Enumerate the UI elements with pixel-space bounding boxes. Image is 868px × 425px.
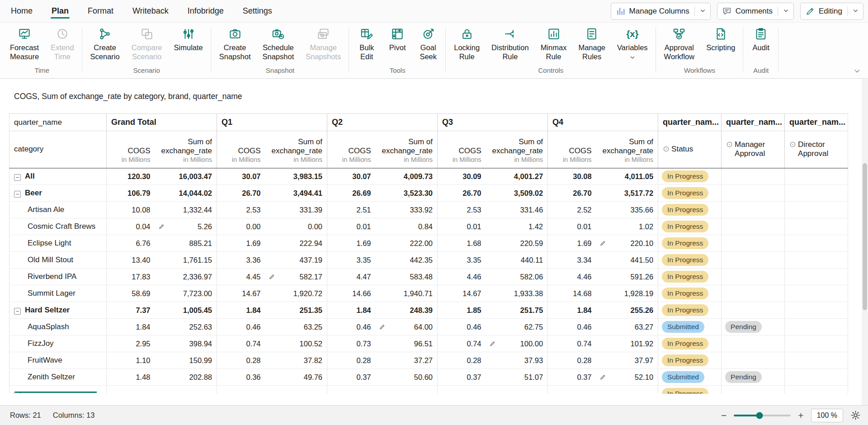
director-approval-cell[interactable] (785, 335, 848, 352)
value-cell[interactable]: 251.35 (265, 302, 327, 319)
value-cell[interactable]: 331.39 (265, 202, 327, 218)
value-cell[interactable]: 52.10 (596, 369, 658, 386)
value-cell[interactable]: 0.01 (327, 218, 376, 235)
status-cell[interactable]: In Progress (658, 252, 722, 269)
value-cell[interactable]: 3.34 (548, 252, 596, 269)
collapse-toggle[interactable]: − (14, 174, 21, 181)
manager-approval-cell[interactable] (722, 202, 785, 218)
collapse-toggle[interactable]: − (14, 308, 21, 315)
manager-approval-cell[interactable] (722, 168, 785, 185)
status-cell[interactable]: In Progress (658, 202, 722, 218)
menu-item-home[interactable]: Home (10, 0, 33, 22)
value-cell[interactable]: 441.50 (596, 252, 658, 269)
director-approval-cell[interactable] (785, 369, 848, 386)
ribbon-button-variables[interactable]: {x}Variables (613, 23, 652, 62)
value-cell[interactable]: 251.75 (486, 302, 548, 319)
value-cell[interactable]: 437.19 (265, 252, 327, 269)
value-cell[interactable]: 220.59 (486, 235, 548, 252)
value-cell[interactable]: 2.51 (327, 202, 376, 218)
director-approval-cell[interactable] (785, 202, 848, 218)
value-cell[interactable]: 37.82 (265, 352, 327, 369)
menu-item-writeback[interactable]: Writeback (132, 0, 170, 22)
value-cell[interactable]: 0.46 (438, 319, 486, 335)
value-cell[interactable] (217, 386, 265, 394)
ribbon-button-goal-seek[interactable]: Goal Seek (414, 23, 442, 61)
value-cell[interactable]: 1.84 (548, 302, 596, 319)
row-label[interactable]: FizzJoy (9, 335, 107, 352)
value-cell[interactable]: 1,933.38 (486, 285, 548, 302)
value-cell[interactable]: 14.67 (438, 285, 486, 302)
workflow-column-group[interactable]: quarter_nam... (658, 114, 722, 131)
manager-approval-cell[interactable]: Pending (722, 369, 785, 386)
settings-gear-icon[interactable] (850, 410, 861, 420)
value-cell[interactable]: 1.68 (438, 235, 486, 252)
value-cell[interactable]: 2.53 (217, 202, 265, 218)
menu-item-infobridge[interactable]: Infobridge (187, 0, 225, 22)
value-cell[interactable]: 398.94 (155, 335, 217, 352)
director-approval-cell[interactable] (785, 302, 848, 319)
value-cell[interactable]: 333.92 (376, 202, 438, 218)
value-cell[interactable] (548, 386, 596, 394)
ribbon-button-schedule-snapshot[interactable]: Schedule Snapshot (258, 23, 299, 61)
value-cell[interactable]: 37.27 (376, 352, 438, 369)
value-cell[interactable]: 150.99 (155, 352, 217, 369)
value-cell[interactable]: 100.52 (265, 335, 327, 352)
value-cell[interactable]: 1.69 (548, 235, 596, 252)
row-label[interactable]: −Hard Seltzer (9, 302, 107, 319)
ribbon-button-audit[interactable]: Audit (747, 23, 775, 52)
value-cell[interactable]: 96.51 (376, 335, 438, 352)
director-approval-cell[interactable] (785, 386, 848, 394)
pivot-grid[interactable]: quarter_nameGrand TotalQ1Q2Q3Q4quarter_n… (9, 113, 849, 394)
value-cell[interactable]: 62.75 (486, 319, 548, 335)
director-approval-cell[interactable] (785, 252, 848, 269)
value-cell[interactable]: 16,003.47 (155, 168, 217, 185)
zoom-out-button[interactable]: − (721, 411, 726, 420)
value-cell[interactable]: 49.76 (265, 369, 327, 386)
status-cell[interactable]: In Progress (658, 285, 722, 302)
manager-approval-cell[interactable] (722, 335, 785, 352)
value-cell[interactable]: 63.27 (596, 319, 658, 335)
value-cell[interactable] (107, 386, 155, 394)
value-cell[interactable]: 3,983.15 (265, 168, 327, 185)
value-cell[interactable]: 1.10 (107, 352, 155, 369)
button-comments[interactable]: Comments (717, 3, 794, 20)
workflow-header-director-approval[interactable]: DirectorApproval (785, 131, 848, 168)
value-cell[interactable]: 26.70 (217, 185, 265, 202)
director-approval-cell[interactable] (785, 218, 848, 235)
value-cell[interactable] (486, 386, 548, 394)
value-cell[interactable]: 591.26 (596, 269, 658, 285)
menu-item-settings[interactable]: Settings (242, 0, 273, 22)
value-cell[interactable]: 442.35 (376, 252, 438, 269)
value-cell[interactable]: 30.07 (217, 168, 265, 185)
director-approval-cell[interactable] (785, 168, 848, 185)
value-cell[interactable]: 30.07 (327, 168, 376, 185)
value-cell[interactable] (376, 386, 438, 394)
value-cell[interactable]: 0.28 (548, 352, 596, 369)
value-cell[interactable]: 26.70 (438, 185, 486, 202)
manager-approval-cell[interactable] (722, 218, 785, 235)
manager-approval-cell[interactable] (722, 285, 785, 302)
ribbon-button-forecast-measure[interactable]: Forecast Measure (5, 23, 43, 61)
manager-approval-cell[interactable] (722, 386, 785, 394)
value-cell[interactable]: 3.36 (217, 252, 265, 269)
manager-approval-cell[interactable] (722, 352, 785, 369)
status-cell[interactable]: In Progress (658, 386, 722, 394)
manager-approval-cell[interactable]: Pending (722, 319, 785, 335)
value-cell[interactable]: 3.35 (438, 252, 486, 269)
value-cell[interactable]: 50.60 (376, 369, 438, 386)
value-cell[interactable]: 5.26 (155, 218, 217, 235)
value-cell[interactable]: 0.46 (327, 319, 376, 335)
value-cell[interactable]: 0.74 (548, 335, 596, 352)
director-approval-cell[interactable] (785, 185, 848, 202)
value-cell[interactable]: 4,001.27 (486, 168, 548, 185)
value-cell[interactable]: 248.39 (376, 302, 438, 319)
row-label[interactable]: Summit Lager (9, 285, 107, 302)
row-label[interactable]: Cosmic Craft Brews (9, 218, 107, 235)
ribbon-button-bulk-edit[interactable]: Bulk Edit (353, 23, 381, 61)
value-cell[interactable]: 4.47 (327, 269, 376, 285)
value-cell[interactable]: 202.88 (155, 369, 217, 386)
manager-approval-cell[interactable] (722, 235, 785, 252)
value-cell[interactable]: 0.00 (265, 218, 327, 235)
value-cell[interactable]: 30.08 (548, 168, 596, 185)
status-cell[interactable]: In Progress (658, 269, 722, 285)
